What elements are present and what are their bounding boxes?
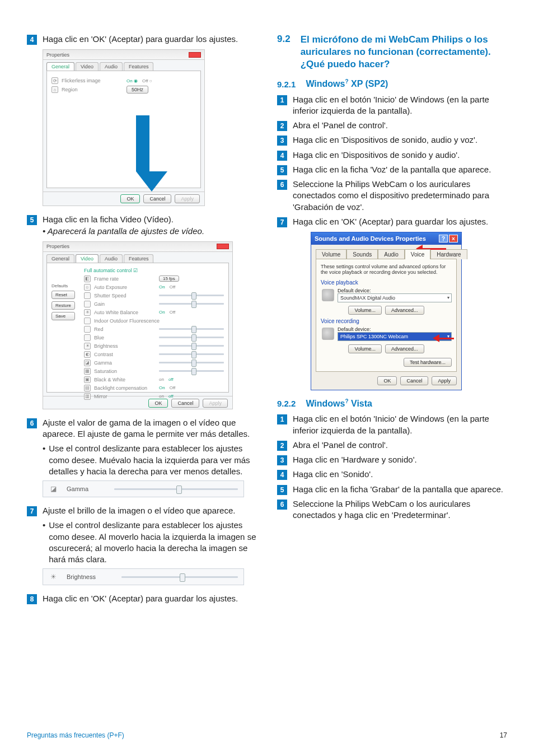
step-text: Seleccione la Philips WebCam o los auric… — [293, 498, 507, 521]
step-number-3: 3 — [277, 455, 287, 465]
control-label: Blue — [94, 335, 156, 340]
radio-off[interactable]: Off ○ — [142, 78, 152, 83]
tab-volume[interactable]: Volume — [316, 249, 346, 259]
apply-button[interactable]: Apply — [175, 194, 200, 203]
volume-button[interactable]: Volume... — [348, 344, 382, 353]
test-hardware-button[interactable]: Test hardware... — [404, 358, 452, 367]
framerate-dropdown[interactable]: 15 fps — [159, 276, 179, 282]
dialog-title: Properties — [46, 52, 69, 58]
step-number-2: 2 — [277, 441, 287, 451]
slider[interactable] — [159, 353, 224, 355]
ok-button[interactable]: OK — [148, 399, 168, 408]
dialog-title: Properties — [46, 244, 69, 249]
group-title: Voice playback — [321, 279, 452, 286]
backlight-icon: ▤ — [84, 385, 91, 391]
defaults-label: Defaults — [51, 283, 75, 288]
default-device-label: Default device: — [338, 326, 452, 332]
radio-on[interactable]: On ◉ — [127, 78, 138, 83]
help-icon[interactable]: ? — [439, 235, 448, 242]
step-text: Haga clic en el botón 'Inicio' de Window… — [293, 94, 507, 117]
volume-button[interactable]: Volume... — [348, 306, 382, 315]
screenshot-sounds-audio-dialog: Sounds and Audio Devices Properties ? × … — [311, 232, 462, 390]
region-icon: ⌂ — [51, 86, 58, 93]
cancel-button[interactable]: Cancel — [143, 194, 171, 203]
step-number-5: 5 — [277, 165, 287, 175]
slider[interactable] — [159, 337, 224, 338]
screenshot-properties-video: Properties General Video Audio Features … — [43, 241, 233, 409]
slider[interactable] — [159, 370, 224, 372]
restore-button[interactable]: Restore — [51, 301, 75, 310]
control-label: Auto Exposure — [94, 284, 156, 290]
tab-features[interactable]: Features — [124, 254, 154, 263]
step-number-1: 1 — [277, 414, 287, 424]
tab-video[interactable]: Video — [76, 254, 99, 263]
step-number-6: 6 — [277, 500, 287, 510]
cancel-button[interactable]: Cancel — [400, 376, 428, 385]
arrow-icon — [433, 334, 454, 342]
subsection-title: Windows? XP (SP2) — [306, 78, 388, 89]
step-number-7: 7 — [277, 217, 287, 227]
mirror-icon: ▥ — [84, 393, 91, 400]
bw-icon: ▣ — [84, 376, 91, 383]
bullet-icon: • — [43, 520, 45, 531]
advanced-button[interactable]: Advanced... — [385, 306, 424, 315]
slider[interactable] — [159, 328, 224, 330]
tab-sounds[interactable]: Sounds — [346, 249, 378, 259]
close-icon[interactable] — [189, 52, 201, 58]
brightness-label: Brightness — [67, 573, 96, 580]
step-text: Haga clic en la ficha Video (Vídeo). • A… — [43, 214, 257, 237]
cancel-button[interactable]: Cancel — [171, 399, 199, 408]
slider[interactable] — [159, 345, 224, 347]
close-icon[interactable] — [217, 244, 229, 249]
step-number-2: 2 — [277, 121, 287, 131]
tab-audio[interactable]: Audio — [100, 62, 123, 71]
full-auto-label[interactable]: Full automatic control ☑ — [84, 268, 224, 273]
step-number-4: 4 — [277, 470, 287, 480]
control-label: Frame rate — [94, 276, 156, 282]
apply-button[interactable]: Apply — [432, 376, 457, 385]
tab-audio[interactable]: Audio — [100, 254, 123, 263]
close-icon[interactable]: × — [449, 235, 458, 242]
apply-button[interactable]: Apply — [203, 399, 228, 408]
control-label: Red — [94, 326, 156, 332]
subsection-number: 9.2.1 — [277, 80, 296, 89]
step-number-1: 1 — [277, 95, 287, 105]
step-number-6: 6 — [27, 418, 37, 428]
ok-button[interactable]: OK — [377, 376, 397, 385]
tab-audio[interactable]: Audio — [378, 249, 405, 259]
ok-button[interactable]: OK — [120, 194, 140, 203]
brightness-slider[interactable] — [121, 576, 238, 578]
tab-general[interactable]: General — [46, 254, 74, 263]
control-label: Saturation — [94, 368, 156, 374]
step-text: Haga clic en 'OK' (Aceptar) para guardar… — [43, 34, 257, 45]
slider[interactable] — [159, 295, 224, 296]
step-text: Haga clic en 'Sonido'. — [293, 469, 507, 480]
step-text: Abra el 'Panel de control'. — [293, 120, 507, 131]
step-text: Haga clic en 'Dispositivos de sonido, au… — [293, 134, 507, 146]
default-device-label: Default device: — [338, 288, 452, 293]
gamma-slider[interactable] — [114, 488, 238, 490]
step-number-7: 7 — [27, 506, 37, 516]
reset-button[interactable]: Reset — [51, 291, 75, 299]
gamma-icon: ◪ — [84, 360, 91, 366]
tab-features[interactable]: Features — [124, 62, 154, 71]
speaker-icon — [322, 289, 334, 301]
framerate-icon: ◧ — [84, 276, 91, 282]
mic-icon — [322, 328, 334, 340]
saturation-icon: ▦ — [84, 368, 91, 375]
section-number: 9.2 — [277, 34, 291, 45]
control-label: Gamma — [94, 360, 156, 366]
slider[interactable] — [159, 362, 224, 363]
brightness-icon: ☀ — [49, 572, 58, 581]
control-label: Black & White — [94, 377, 156, 382]
slider[interactable] — [159, 303, 224, 305]
control-label: Backlight compensation — [94, 385, 156, 391]
advanced-button[interactable]: Advanced... — [385, 344, 424, 353]
playback-device-dropdown[interactable]: SoundMAX Digital Audio — [338, 293, 452, 302]
save-button[interactable]: Save — [51, 312, 75, 320]
region-dropdown[interactable]: 50Hz — [127, 86, 148, 94]
footer-left: Preguntas más frecuentes (P+F) — [27, 731, 124, 739]
tab-general[interactable]: General — [46, 62, 74, 71]
tab-voice[interactable]: Voice — [405, 249, 430, 259]
tab-video[interactable]: Video — [76, 62, 99, 71]
